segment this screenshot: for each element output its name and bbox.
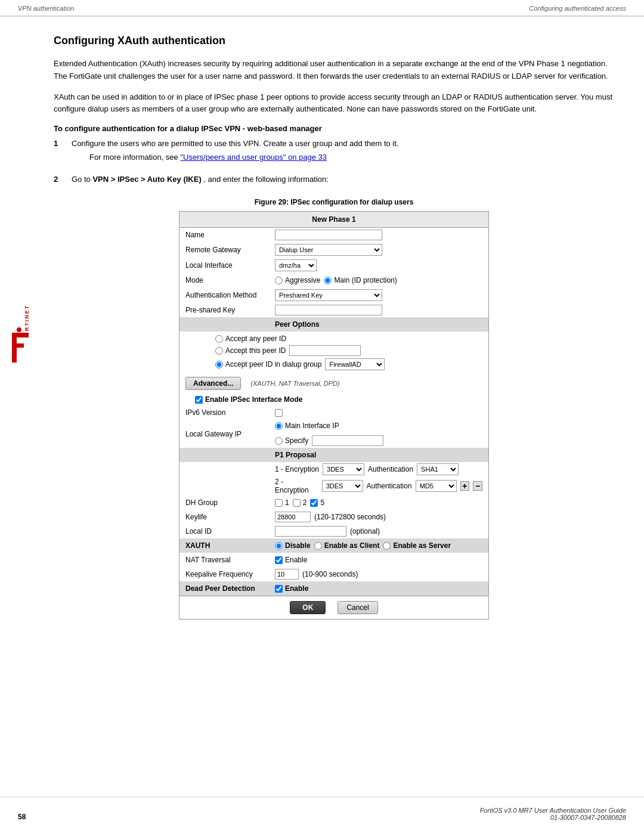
xauth-client-radio[interactable] — [314, 542, 322, 550]
xauth-server-radio[interactable] — [383, 542, 391, 550]
keylife-control: (120-172800 seconds) — [275, 512, 482, 522]
ipv6-row: IPv6 Version — [179, 405, 488, 420]
dpd-enable-checkbox[interactable] — [275, 585, 283, 593]
mode-main-radio[interactable] — [324, 277, 332, 284]
peer-option2[interactable]: Accept this peer ID — [215, 346, 286, 355]
add-proposal-btn[interactable]: + — [460, 481, 470, 491]
step2-bold: VPN > IPSec > Auto Key (IKE) — [92, 175, 201, 184]
form-header: New Phase 1 — [179, 212, 488, 228]
cancel-button[interactable]: Cancel — [338, 601, 377, 614]
nat-row: NAT Traversal Enable — [179, 553, 488, 567]
paragraph1: Extended Authentication (XAuth) increase… — [54, 58, 614, 83]
dh5-option[interactable]: 5 — [310, 498, 324, 507]
name-label: Name — [185, 231, 275, 239]
keylife-row: Keylife (120-172800 seconds) — [179, 510, 488, 524]
keepalive-input[interactable] — [275, 569, 299, 580]
step2: 2 Go to VPN > IPSec > Auto Key (IKE) , a… — [54, 175, 614, 188]
local-id-input[interactable] — [275, 526, 346, 537]
main-interface-option[interactable]: Main Interface IP — [275, 422, 339, 430]
specify-option[interactable]: Specify — [275, 436, 308, 445]
page-header: VPN authentication Configuring authentic… — [0, 0, 644, 16]
specify-radio[interactable] — [275, 437, 283, 445]
mode-main-option[interactable]: Main (ID protection) — [324, 276, 397, 284]
svg-text:RTINET: RTINET — [24, 305, 30, 332]
peer-options-label: Peer Options — [275, 320, 320, 329]
auth1-label: Authentication — [368, 465, 413, 473]
xauth-header: XAUTH Disable Enable as Client Enable as… — [179, 538, 488, 553]
xauth-disable-option[interactable]: Disable — [275, 541, 311, 550]
left-sidebar: RTINET — [0, 35, 42, 620]
preshared-key-input[interactable] — [275, 305, 382, 315]
dh2-checkbox[interactable] — [293, 499, 301, 507]
dh1-option[interactable]: 1 — [275, 498, 289, 507]
xauth-server-option[interactable]: Enable as Server — [383, 541, 451, 550]
nat-enable-checkbox[interactable] — [275, 556, 283, 564]
enable-ipsec-checkbox[interactable] — [195, 396, 203, 404]
dpd-row: Dead Peer Detection Enable — [179, 581, 488, 596]
nat-label: NAT Traversal — [185, 556, 275, 564]
local-interface-select[interactable]: dmz/ha — [275, 259, 317, 271]
auth1-select[interactable]: SHA1 — [417, 463, 459, 475]
enc1-select[interactable]: 3DES — [323, 463, 364, 475]
peer-group-select[interactable]: FirewallAD — [325, 358, 385, 370]
auth-method-row: Authentication Method Preshared Key — [179, 287, 488, 303]
local-gateway-row: Local Gateway IP Main Interface IP Speci… — [179, 420, 488, 448]
dh1-checkbox[interactable] — [275, 499, 283, 507]
peer-id-input[interactable] — [289, 345, 361, 356]
dh-group-label: DH Group — [185, 498, 275, 507]
auth2-select[interactable]: MD5 — [416, 480, 457, 492]
step1-number: 1 — [54, 139, 63, 168]
dh5-checkbox[interactable] — [310, 499, 318, 507]
name-input[interactable] — [275, 230, 382, 240]
nat-enable-option[interactable]: Enable — [275, 556, 307, 564]
main-content: Configuring XAuth authentication Extende… — [42, 35, 644, 620]
p1-proposal-label: P1 Proposal — [275, 451, 316, 459]
step1-link[interactable]: "Users/peers and user groups" on page 33 — [180, 153, 327, 162]
auth-method-select[interactable]: Preshared Key — [275, 289, 382, 301]
enable-ipsec-row: Enable IPSec Interface Mode — [179, 394, 488, 405]
peer-option1-radio[interactable] — [215, 335, 223, 343]
preshared-key-control — [275, 305, 482, 315]
specify-input[interactable] — [312, 435, 383, 446]
footer-divider — [0, 797, 644, 797]
form-buttons: OK Cancel — [179, 596, 488, 619]
enable-ipsec-checkbox-label[interactable]: Enable IPSec Interface Mode — [195, 395, 302, 404]
fortinet-logo-svg: RTINET — [6, 273, 36, 368]
ok-button[interactable]: OK — [290, 601, 326, 614]
xauth-client-option[interactable]: Enable as Client — [314, 541, 380, 550]
peer-option2-row: Accept this peer ID — [215, 344, 482, 357]
step2-content: Go to VPN > IPSec > Auto Key (IKE) , and… — [72, 175, 614, 188]
remote-gateway-select[interactable]: Dialup User — [275, 244, 382, 256]
peer-option2-radio[interactable] — [215, 347, 223, 355]
peer-option3-row: Accept peer ID in dialup group FirewallA… — [215, 357, 482, 371]
dpd-enable-option[interactable]: Enable — [275, 584, 308, 593]
peer-option3-radio[interactable] — [215, 361, 223, 368]
dh2-option[interactable]: 2 — [293, 498, 307, 507]
local-id-hint: (optional) — [350, 527, 380, 535]
mode-aggressive-option[interactable]: Aggressive — [275, 276, 320, 284]
keepalive-label: Keepalive Frequency — [185, 570, 275, 578]
peer-option3[interactable]: Accept peer ID in dialup group — [215, 360, 321, 368]
enable-ipsec-label: Enable IPSec Interface Mode — [205, 395, 302, 404]
remote-gateway-control: Dialup User — [275, 244, 482, 256]
step1-text: Configure the users who are permitted to… — [72, 139, 614, 148]
ipv6-control — [275, 409, 482, 417]
svg-rect-1 — [12, 333, 29, 337]
step2-text: Go to VPN > IPSec > Auto Key (IKE) , and… — [72, 175, 614, 184]
main-interface-radio[interactable] — [275, 422, 283, 430]
step2-number: 2 — [54, 175, 63, 188]
ipv6-label: IPv6 Version — [185, 408, 275, 417]
xauth-disable-radio[interactable] — [275, 542, 283, 550]
content-area: RTINET Configuring XAuth authentication … — [0, 17, 644, 655]
advanced-button[interactable]: Advanced... — [185, 377, 241, 390]
remove-proposal-btn[interactable]: − — [473, 481, 482, 491]
enc2-select[interactable]: 3DES — [322, 480, 363, 492]
keylife-input[interactable] — [275, 512, 311, 522]
peer-option1-row: Accept any peer ID — [215, 333, 482, 344]
dpd-label: Dead Peer Detection — [185, 584, 275, 593]
preshared-key-label: Pre-shared Key — [185, 306, 275, 314]
keepalive-control: (10-900 seconds) — [275, 569, 482, 580]
mode-aggressive-radio[interactable] — [275, 277, 283, 284]
ipv6-checkbox[interactable] — [275, 409, 283, 417]
peer-option1[interactable]: Accept any peer ID — [215, 335, 286, 343]
